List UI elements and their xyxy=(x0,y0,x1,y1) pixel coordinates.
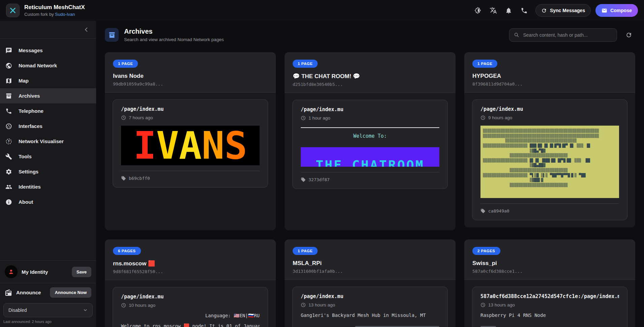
sidebar-item-archives[interactable]: Archives xyxy=(0,88,96,103)
envelope-icon xyxy=(602,8,607,13)
archive-icon xyxy=(5,92,12,100)
archived-page[interactable]: /page/index.mu 13 hours ago Gang1eri's B… xyxy=(292,287,448,327)
page-tag: ca8949a0 xyxy=(480,208,619,214)
archived-page[interactable]: /page/index.mu 7 hours ago IVANS xyxy=(113,99,268,188)
archive-card-chat-room[interactable]: 1 PAGE 💬 THE CHAT ROOM! 💬 d251bfd8e30540… xyxy=(285,52,456,230)
archive-card-swiss-pi[interactable]: 2 PAGES Swiss_pi 587a0cf6d388cce1... 587… xyxy=(464,239,635,327)
archive-card-ivans-node[interactable]: 1 PAGE Ivans Node 99db91059a9c99a8... /p… xyxy=(105,52,276,230)
sidebar-item-settings[interactable]: Settings xyxy=(0,164,96,179)
search-icon xyxy=(514,32,519,38)
page-preview-art: ▒▒▒▒▒▒▒▒▒▒▒▒▒▒▒▒▒▒▒▒▒▒▒▒▒▒▒▒▒▒▒▒▒▒▒▒▒▒▒▒… xyxy=(480,126,619,198)
main-content: Archives Search and view archived Nomad … xyxy=(96,21,644,327)
archive-card-msla-rpi[interactable]: 1 PAGE MSLA_RPi 3d131600bf1afa0b... /pag… xyxy=(285,239,456,327)
wrench-icon xyxy=(5,153,12,160)
sidebar-item-nomad-network[interactable]: Nomad Network xyxy=(0,58,96,73)
archive-card-hypogea[interactable]: 1 PAGE HYPOGEA 8f396811d9d704a0... /page… xyxy=(464,52,635,227)
page-path: /page/index.mu xyxy=(301,293,439,299)
search-input[interactable] xyxy=(523,32,613,38)
header-actions xyxy=(509,28,635,42)
app-logo xyxy=(6,4,20,17)
my-identity-row: My Identity Save xyxy=(0,260,96,283)
refresh-icon xyxy=(541,8,547,13)
archives-grid: 1 PAGE Ivans Node 99db91059a9c99a8... /p… xyxy=(96,42,644,327)
sidebar-item-map[interactable]: Map xyxy=(0,73,96,88)
node-title: HYPOGEA xyxy=(472,73,627,79)
notifications-button[interactable] xyxy=(502,4,515,17)
page-time-label: 1 hour ago xyxy=(309,116,330,121)
announce-mode-select[interactable]: Disabled xyxy=(3,303,93,317)
chatroom-banner-text: THE CHATROOM xyxy=(316,158,425,167)
announce-mode-value: Disabled xyxy=(8,307,27,313)
archived-page[interactable]: /page/index.mu 10 hours ago Language: 🇺🇸… xyxy=(113,287,268,327)
page-time: 13 hours ago xyxy=(480,302,619,307)
page-time-label: 13 hours ago xyxy=(488,302,515,307)
sidebar-collapse-button[interactable] xyxy=(81,25,91,34)
radio-icon xyxy=(5,289,12,296)
archive-card-rns-moscow[interactable]: 6 PAGES rns.moscow 🟥 9d8f681f65528f50...… xyxy=(105,239,276,327)
page-time-label: 10 hours ago xyxy=(129,303,155,308)
sidebar-top xyxy=(0,21,96,39)
topbar-actions: Sync Messages Compose xyxy=(471,4,638,17)
node-hash: 99db91059a9c99a8... xyxy=(113,81,268,87)
page-time: 13 hours ago xyxy=(301,302,439,307)
archived-page[interactable]: 587a0cf6d388cce12a27452d547cfc1e:/page/i… xyxy=(472,287,627,327)
save-button[interactable]: Save xyxy=(72,267,91,277)
info-icon xyxy=(5,198,12,206)
page-count-badge: 1 PAGE xyxy=(293,247,318,255)
app-title: Reticulum MeshChatX xyxy=(24,4,85,11)
card-header: 1 PAGE Ivans Node 99db91059a9c99a8... xyxy=(105,52,276,93)
card-header: 1 PAGE 💬 THE CHAT ROOM! 💬 d251bfd8e30540… xyxy=(285,52,456,93)
clock-icon xyxy=(480,302,486,307)
page-heading-text: Archives Search and view archived Nomad … xyxy=(124,28,224,42)
sidebar-item-label: Messages xyxy=(19,47,43,53)
author-link[interactable]: Sudo-Ivan xyxy=(55,12,75,17)
sync-messages-button[interactable]: Sync Messages xyxy=(535,4,591,17)
sidebar-item-identities[interactable]: Identities xyxy=(0,179,96,194)
archived-page[interactable]: /page/index.mu 9 hours ago ▒▒▒▒▒▒▒▒▒▒▒▒▒… xyxy=(472,99,627,220)
node-title: Swiss_pi xyxy=(472,260,627,267)
card-header: 6 PAGES rns.moscow 🟥 9d8f681f65528f50... xyxy=(105,239,276,280)
node-hash: 587a0cf6d388cce1... xyxy=(472,269,627,274)
phone-icon xyxy=(5,107,12,115)
page-tag-label: b69cbff0 xyxy=(129,176,150,181)
sidebar-item-interfaces[interactable]: Interfaces xyxy=(0,119,96,134)
app-window: Reticulum MeshChatX Custom fork by Sudo-… xyxy=(0,0,644,327)
archived-page[interactable]: /page/index.mu 1 hour ago Welcome To: TH… xyxy=(292,100,448,189)
page-time: 1 hour ago xyxy=(301,116,439,121)
sidebar-item-about[interactable]: About xyxy=(0,194,96,209)
banner-letter: I xyxy=(134,127,156,164)
ascii-art: ▒▒▒▒▒▒▒▒▒▒▒▒▒▒▒▒▒▒▒▒▒▒▒▒▒▒▒▒▒▒▒▒▒▒▒▒▒▒▒▒… xyxy=(480,126,619,198)
main-header: Archives Search and view archived Nomad … xyxy=(96,21,644,42)
page-count-badge: 2 PAGES xyxy=(472,247,500,255)
page-count-badge: 6 PAGES xyxy=(113,247,141,255)
tag-icon xyxy=(121,176,126,181)
page-count-badge: 1 PAGE xyxy=(472,60,497,68)
telephone-button[interactable] xyxy=(518,4,531,17)
chevron-down-icon xyxy=(83,308,88,313)
sidebar-item-tools[interactable]: Tools xyxy=(0,149,96,164)
theme-toggle-button[interactable] xyxy=(471,4,484,17)
page-path: /page/index.mu xyxy=(301,106,439,112)
node-title: Ivans Node xyxy=(113,73,268,79)
node-hash: d251bfd8e30540b5... xyxy=(293,82,447,87)
announce-now-button[interactable]: Announce Now xyxy=(50,287,91,298)
sidebar-item-network-visualiser[interactable]: ? Network Visualiser xyxy=(0,134,96,149)
translate-button[interactable] xyxy=(487,4,500,17)
sidebar-item-telephone[interactable]: Telephone xyxy=(0,103,96,119)
avatar[interactable] xyxy=(5,265,18,278)
page-heading: Archives Search and view archived Nomad … xyxy=(105,28,224,42)
compose-button[interactable]: Compose xyxy=(595,4,638,17)
page-count-badge: 1 PAGE xyxy=(113,60,138,68)
page-preview-chatroom: Welcome To: THE CHATROOM xyxy=(301,127,439,167)
page-content-line: Raspberry Pi 4 RNS Node xyxy=(480,313,619,318)
page-count-badge: 1 PAGE xyxy=(293,60,318,68)
globe-icon xyxy=(5,62,12,69)
sidebar-item-label: Map xyxy=(19,78,29,84)
page-time: 10 hours ago xyxy=(121,303,260,308)
sidebar-nav: Messages Nomad Network Map Archives Tele… xyxy=(0,39,96,209)
page-time-label: 13 hours ago xyxy=(309,302,335,307)
page-subtitle: Search and view archived Nomad Network p… xyxy=(124,37,224,42)
sidebar-item-messages[interactable]: Messages xyxy=(0,43,96,58)
refresh-button[interactable] xyxy=(622,29,635,41)
announce-row: Announce Announce Now xyxy=(0,283,96,302)
